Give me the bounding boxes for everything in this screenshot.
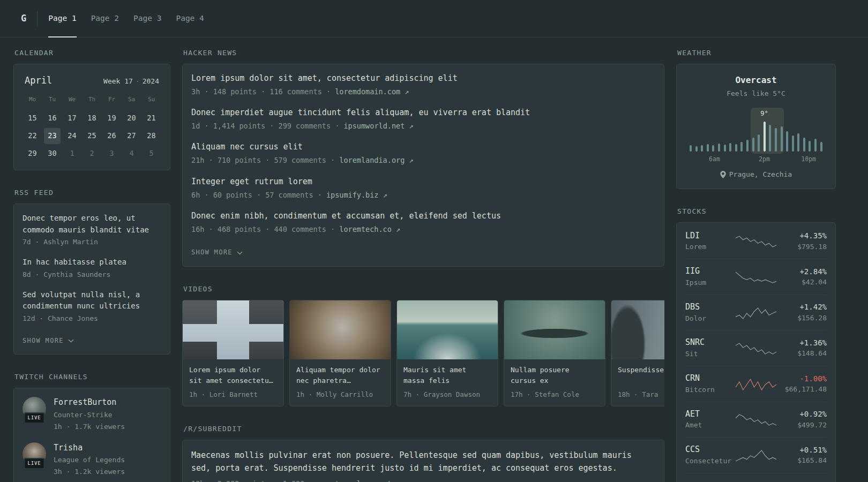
hackernews-show-more-button[interactable]: SHOW MORE [191, 248, 243, 257]
stock-values: -1.00%$66,171.48 [783, 373, 827, 395]
video-card[interactable]: Suspendisse diam18h · Tara [611, 300, 664, 406]
rss-item-title[interactable]: Donec tempor eros leo, ut commodo mauris… [23, 213, 161, 236]
video-thumbnail[interactable] [504, 300, 605, 359]
twitch-avatar-wrap: LIVE [23, 397, 46, 420]
weather-bar [820, 142, 822, 152]
tab-page-1[interactable]: Page 1 [48, 0, 76, 37]
subreddit-card: Maecenas mollis pulvinar erat non posuer… [182, 440, 664, 482]
hn-item-title[interactable]: Donec imperdiet augue tincidunt felis al… [191, 107, 655, 119]
hn-item-domain[interactable]: loremdomain.com ↗ [335, 87, 409, 96]
hackernews-section-title: HACKER NEWS [183, 48, 664, 58]
weather-bar [803, 138, 805, 152]
hn-item-title[interactable]: Integer eget rutrum lorem [191, 176, 655, 188]
stock-change: +1.42% [783, 302, 827, 312]
calendar-day: 30 [44, 146, 61, 162]
weather-bar [701, 145, 703, 152]
hn-item-title[interactable]: Donec enim nibh, condimentum et accumsan… [191, 210, 655, 222]
video-title[interactable]: Mauris sit amet massa felis [403, 365, 491, 386]
tab-page-3[interactable]: Page 3 [133, 0, 161, 37]
calendar-day-header: Th [82, 91, 102, 109]
stocks-card: LDILorem+4.35%$795.18IIGIpsum+2.84%$42.0… [676, 222, 836, 482]
tab-page-4[interactable]: Page 4 [176, 0, 204, 37]
calendar-day: 18 [84, 110, 100, 126]
stock-name: Ipsum [685, 278, 729, 288]
weather-bar [724, 145, 726, 152]
stock-row[interactable]: CRNBitcorn-1.00%$66,171.48 [685, 366, 827, 402]
live-badge: LIVE [24, 412, 45, 424]
twitch-channel[interactable]: LIVEForrestBurtonCounter-Strike1h · 1.7k… [23, 397, 161, 432]
hn-item-domain[interactable]: loremtech.co ↗ [339, 225, 400, 234]
video-card[interactable]: Nullam posuere cursus ex17h · Stefan Col… [504, 300, 605, 406]
weather-bar [752, 138, 754, 152]
rss-item-meta: 12d · Chance Jones [23, 314, 161, 324]
stock-row[interactable]: LDILorem+4.35%$795.18 [685, 224, 827, 259]
hn-item-domain[interactable]: ipsumworld.net ↗ [343, 122, 413, 130]
calendar-day: 20 [123, 110, 140, 126]
stock-row[interactable]: AETAmet+0.92%$499.72 [685, 402, 827, 438]
stock-symbol: IIG [685, 266, 729, 277]
stocks-list: LDILorem+4.35%$795.18IIGIpsum+2.84%$42.0… [685, 224, 827, 482]
rss-show-more-button[interactable]: SHOW MORE [23, 336, 74, 345]
subreddit-post-title[interactable]: Maecenas mollis pulvinar erat non posuer… [191, 449, 655, 475]
weather-chart: 9°6am2pm10pm [690, 110, 822, 163]
calendar-day: 15 [24, 110, 41, 126]
video-title[interactable]: Nullam posuere cursus ex [511, 365, 598, 386]
stock-name: Lorem [685, 242, 729, 252]
rss-item-title[interactable]: Sed volutpat nulla nisl, a condimentum n… [23, 289, 161, 312]
video-card[interactable]: Mauris sit amet massa felis7h · Grayson … [396, 300, 498, 406]
chevron-down-icon [237, 251, 243, 255]
weather-condition: Overcast [685, 74, 827, 86]
twitch-category[interactable]: League of Legends [54, 455, 125, 465]
calendar-year: 2024 [143, 77, 159, 85]
calendar-week: Week 17 [103, 77, 133, 85]
stocks-section-title: STOCKS [677, 207, 836, 217]
hn-item-domain[interactable]: loremlandia.org ↗ [339, 156, 413, 164]
rss-item-title[interactable]: In hac habitasse platea [23, 257, 161, 268]
calendar-card: April Week 17·2024 MoTuWeThFrSaSu1516171… [13, 64, 170, 170]
twitch-card: LIVEForrestBurtonCounter-Strike1h · 1.7k… [13, 388, 170, 482]
tab-page-2[interactable]: Page 2 [91, 0, 119, 37]
stock-sparkline [735, 305, 777, 320]
hn-item-domain[interactable]: ipsumify.biz ↗ [326, 191, 387, 199]
stock-row[interactable]: AHS+0.46% [685, 473, 827, 482]
location-pin-icon [720, 171, 726, 178]
twitch-channel-info: ForrestBurtonCounter-Strike1h · 1.7k vie… [54, 397, 125, 432]
stock-symbol: LDI [685, 230, 729, 242]
stock-price: $148.64 [783, 349, 827, 359]
video-thumbnail[interactable] [290, 300, 391, 359]
twitch-channel-name[interactable]: Trisha [54, 442, 125, 454]
calendar-day: 3 [103, 146, 120, 162]
hn-item-title[interactable]: Lorem ipsum dolor sit amet, consectetur … [191, 73, 655, 85]
chevron-down-icon [68, 339, 74, 343]
hn-item-title[interactable]: Aliquam nec cursus elit [191, 141, 655, 153]
video-body: Mauris sit amet massa felis7h · Grayson … [397, 359, 498, 406]
video-title[interactable]: Suspendisse diam [618, 365, 664, 386]
twitch-channel-name[interactable]: ForrestBurton [54, 397, 125, 409]
video-thumbnail[interactable] [611, 300, 664, 359]
stock-row[interactable]: SNRCSit+1.36%$148.64 [685, 330, 827, 366]
stock-name: Consectetur [685, 456, 729, 466]
twitch-viewers: 3h · 1.2k viewers [54, 467, 125, 477]
calendar-day-header: Sa [122, 91, 141, 109]
video-card[interactable]: Lorem ipsum dolor sit amet consectetu…1h… [182, 300, 284, 406]
weather-widget: WEATHER Overcast Feels like 5°C 9°6am2pm… [676, 48, 836, 189]
twitch-category[interactable]: Counter-Strike [54, 410, 125, 420]
hn-item-meta: 16h · 468 points · 440 comments · loremt… [191, 224, 655, 235]
video-card[interactable]: Aliquam tempor dolor nec pharetra…1h · M… [289, 300, 391, 406]
logo[interactable]: G [13, 12, 37, 25]
calendar-day: 19 [103, 110, 120, 126]
rss-card: Donec tempor eros leo, ut commodo mauris… [13, 204, 170, 355]
video-title[interactable]: Aliquam tempor dolor nec pharetra… [296, 365, 384, 386]
stock-row[interactable]: CCSConsectetur+0.51%$165.84 [685, 437, 827, 473]
stock-sparkline [735, 480, 777, 482]
calendar-day: 27 [123, 128, 140, 144]
stock-row[interactable]: IIGIpsum+2.84%$42.04 [685, 259, 827, 295]
video-thumbnail[interactable] [397, 300, 498, 359]
left-column: CALENDAR April Week 17·2024 MoTuWeThFrSa… [13, 48, 170, 482]
subreddit-post-domain[interactable]: loremnet.xyz ↗ [357, 479, 418, 482]
stock-values: +0.51%$165.84 [783, 445, 827, 466]
stock-row[interactable]: DBSDolor+1.42%$156.28 [685, 295, 827, 330]
video-thumbnail[interactable] [183, 300, 283, 359]
twitch-channel[interactable]: LIVETrishaLeague of Legends3h · 1.2k vie… [23, 442, 161, 477]
video-title[interactable]: Lorem ipsum dolor sit amet consectetu… [189, 365, 277, 386]
